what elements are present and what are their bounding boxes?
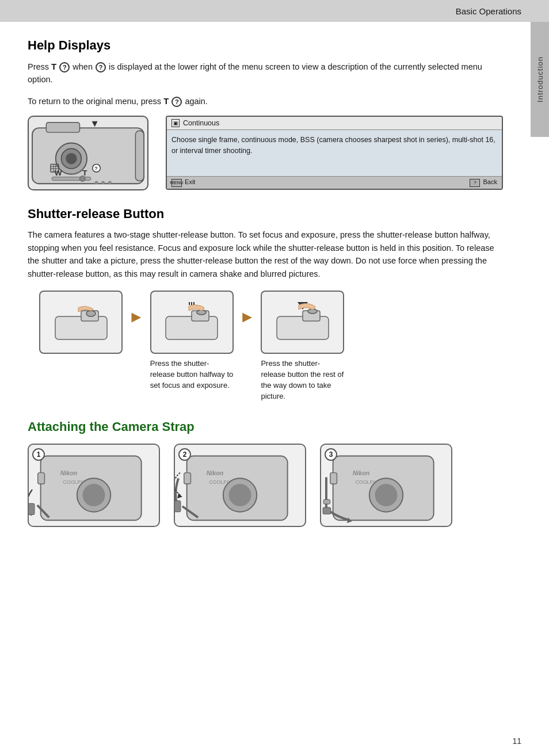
svg-rect-20 xyxy=(135,131,144,181)
shutter-caption-1: Press the shutter-release button halfway… xyxy=(150,358,234,391)
svg-rect-0 xyxy=(32,128,144,184)
menu-title-bar: ▣ Continuous xyxy=(167,117,502,130)
svg-marker-19 xyxy=(92,121,98,127)
para1-text-b: when xyxy=(73,62,95,71)
svg-rect-41 xyxy=(29,503,35,514)
shutter-caption-2: Press the shutter-release button the res… xyxy=(261,358,344,402)
svg-text:Nikon: Nikon xyxy=(353,469,370,476)
svg-point-46 xyxy=(229,484,251,506)
menu-footer: MENU Exit ? Back xyxy=(167,176,502,189)
shutter-img-3 xyxy=(261,291,344,354)
menu-body-text: Choose single frame, continuous mode, BS… xyxy=(171,136,495,155)
shutter-release-section: Shutter-release Button The camera featur… xyxy=(28,207,503,402)
svg-text:Nikon: Nikon xyxy=(60,469,78,476)
side-tab-label: Introduction xyxy=(536,56,544,102)
svg-point-54 xyxy=(375,484,398,506)
shutter-box-2: Press the shutter-release button halfway… xyxy=(150,291,234,391)
circle-icon-2: ? xyxy=(171,97,182,107)
shutter-box-1 xyxy=(39,291,123,354)
menu-content: Choose single frame, continuous mode, BS… xyxy=(167,130,502,176)
para1-T1: T xyxy=(51,62,56,71)
step-badge-3: 3 xyxy=(325,448,337,461)
strap-section: Attaching the Camera Strap 1 Nikon COOLP… xyxy=(28,419,503,527)
strap-img-1: 1 Nikon COOLPIX xyxy=(28,444,160,527)
strap-img-3: 3 Nikon COOLPIX xyxy=(320,444,452,527)
svg-point-4 xyxy=(66,153,77,164)
continuous-icon: ▣ xyxy=(171,119,180,127)
page-number: 11 xyxy=(512,736,521,746)
circle-icon-1: ? xyxy=(59,62,70,72)
strap-heading: Attaching the Camera Strap xyxy=(28,419,503,434)
svg-text:?: ? xyxy=(94,166,97,171)
svg-point-16 xyxy=(95,181,98,185)
menu-footer-right: ? Back xyxy=(470,178,497,187)
svg-rect-40 xyxy=(38,472,45,483)
para2-T: T xyxy=(163,96,169,106)
svg-rect-47 xyxy=(184,472,191,483)
help-displays-heading: Help Displays xyxy=(28,38,503,53)
shutter-img-1 xyxy=(39,291,123,354)
help-displays-section: Help Displays Press T ? when ? is displa… xyxy=(28,38,503,190)
para1-text-a: Press xyxy=(28,62,51,71)
step-badge-1: 1 xyxy=(32,448,45,461)
svg-point-18 xyxy=(108,181,112,185)
para2-text-a: To return to the original menu, press xyxy=(28,97,163,106)
svg-rect-58 xyxy=(323,499,330,504)
arrow-icon-2: ► xyxy=(239,308,256,326)
camera-diagram: W T ? xyxy=(28,116,148,190)
shutter-img-2 xyxy=(150,291,234,354)
para2-text-b: again. xyxy=(185,97,208,106)
main-content: Help Displays Press T ? when ? is displa… xyxy=(0,22,549,550)
help-displays-paragraph2: To return to the original menu, press T … xyxy=(28,94,503,108)
top-bar: Basic Operations xyxy=(0,0,549,22)
shutter-images-row: ► xyxy=(39,291,503,402)
help-display-row: W T ? xyxy=(28,116,503,190)
svg-point-8 xyxy=(79,176,85,182)
svg-point-23 xyxy=(86,311,96,316)
svg-text:Nikon: Nikon xyxy=(207,469,224,476)
svg-point-39 xyxy=(83,484,105,506)
menu-icon-exit: MENU xyxy=(171,179,182,187)
strap-img-2: 2 Nikon COOLPIX xyxy=(174,444,306,527)
menu-screen: ▣ Continuous Choose single frame, contin… xyxy=(166,116,503,190)
strap-images-row: 1 Nikon COOLPIX xyxy=(28,444,503,527)
svg-rect-48 xyxy=(175,501,181,511)
svg-rect-1 xyxy=(46,123,79,132)
svg-rect-55 xyxy=(330,472,337,483)
step-badge-2: 2 xyxy=(178,448,191,461)
side-tab: Introduction xyxy=(531,22,549,137)
svg-point-17 xyxy=(101,181,105,185)
shutter-box-3: Press the shutter-release button the res… xyxy=(261,291,344,402)
menu-title-text: Continuous xyxy=(183,119,219,127)
help-icon: ? xyxy=(96,62,106,72)
help-displays-paragraph1: Press T ? when ? is displayed at the low… xyxy=(28,60,503,86)
shutter-release-heading: Shutter-release Button xyxy=(28,207,503,222)
svg-rect-56 xyxy=(323,507,331,514)
arrow-icon-1: ► xyxy=(128,308,144,326)
page-section-title: Basic Operations xyxy=(456,6,521,16)
menu-footer-left: MENU Exit xyxy=(171,178,195,187)
menu-icon-back: ? xyxy=(470,179,480,187)
shutter-release-body: The camera features a two-stage shutter-… xyxy=(28,228,503,280)
